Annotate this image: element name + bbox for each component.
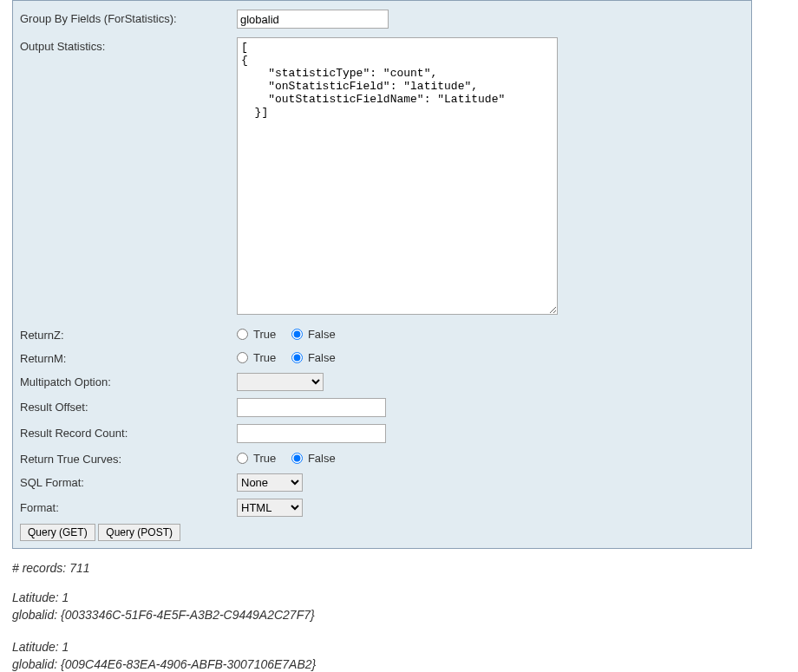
results-section: # records: 711 Latitude: 1 globalid: {00… [12, 561, 786, 672]
radio-true-label: True [253, 328, 276, 341]
record-globalid: globalid: {009C44E6-83EA-4906-ABFB-30071… [12, 656, 786, 672]
radio-false-label: False [308, 328, 336, 341]
label-result-record-count: Result Record Count: [20, 424, 237, 440]
query-get-button[interactable]: Query (GET) [20, 524, 95, 541]
record-globalid: globalid: {0033346C-51F6-4E5F-A3B2-C9449… [12, 606, 786, 623]
radio-false-label: False [308, 351, 336, 364]
select-multipatch[interactable] [237, 373, 324, 391]
radio-true-label: True [253, 351, 276, 364]
return-true-curves-false-radio[interactable] [291, 453, 303, 464]
row-return-m: ReturnM: True False [20, 349, 744, 366]
return-z-false-option[interactable]: False [291, 328, 336, 341]
return-true-curves-false-option[interactable]: False [291, 452, 336, 465]
label-output-statistics: Output Statistics: [20, 37, 237, 53]
row-return-true-curves: Return True Curves: True False [20, 450, 744, 466]
select-sql-format[interactable]: None [237, 473, 303, 492]
label-format: Format: [20, 499, 237, 514]
button-row: Query (GET) Query (POST) [20, 524, 744, 541]
return-m-true-radio[interactable] [237, 352, 248, 363]
radio-false-label: False [308, 452, 336, 465]
record-latitude: Latitude: 1 [12, 638, 786, 656]
row-result-record-count: Result Record Count: [20, 424, 744, 443]
return-true-curves-true-radio[interactable] [237, 453, 248, 464]
query-form-panel: Group By Fields (ForStatistics): Output … [12, 0, 752, 549]
textarea-output-statistics[interactable] [237, 37, 558, 315]
result-record: Latitude: 1 globalid: {0033346C-51F6-4E5… [12, 589, 786, 624]
label-multipatch: Multipatch Option: [20, 373, 237, 388]
input-group-by[interactable] [237, 10, 389, 29]
result-record: Latitude: 1 globalid: {009C44E6-83EA-490… [12, 638, 786, 672]
label-return-z: ReturnZ: [20, 326, 237, 342]
input-result-record-count[interactable] [237, 424, 386, 443]
label-result-offset: Result Offset: [20, 398, 237, 414]
return-m-true-option[interactable]: True [237, 351, 276, 364]
radio-true-label: True [253, 452, 276, 465]
label-group-by: Group By Fields (ForStatistics): [20, 10, 237, 25]
label-return-true-curves: Return True Curves: [20, 450, 237, 466]
return-z-false-radio[interactable] [291, 329, 303, 340]
row-group-by: Group By Fields (ForStatistics): [20, 10, 744, 29]
row-result-offset: Result Offset: [20, 398, 744, 417]
label-return-m: ReturnM: [20, 349, 237, 365]
query-post-button[interactable]: Query (POST) [98, 524, 180, 541]
row-sql-format: SQL Format: None [20, 473, 744, 492]
row-return-z: ReturnZ: True False [20, 326, 744, 343]
records-count: # records: 711 [12, 561, 786, 575]
row-output-statistics: Output Statistics: [20, 37, 744, 317]
return-m-false-option[interactable]: False [291, 351, 336, 364]
return-m-false-radio[interactable] [291, 352, 303, 363]
row-multipatch: Multipatch Option: [20, 373, 744, 391]
return-z-true-option[interactable]: True [237, 328, 276, 341]
return-z-true-radio[interactable] [237, 329, 248, 340]
input-result-offset[interactable] [237, 398, 386, 417]
record-latitude: Latitude: 1 [12, 589, 786, 606]
return-true-curves-true-option[interactable]: True [237, 452, 276, 465]
label-sql-format: SQL Format: [20, 473, 237, 489]
row-format: Format: HTML [20, 499, 744, 517]
select-format[interactable]: HTML [237, 499, 303, 517]
